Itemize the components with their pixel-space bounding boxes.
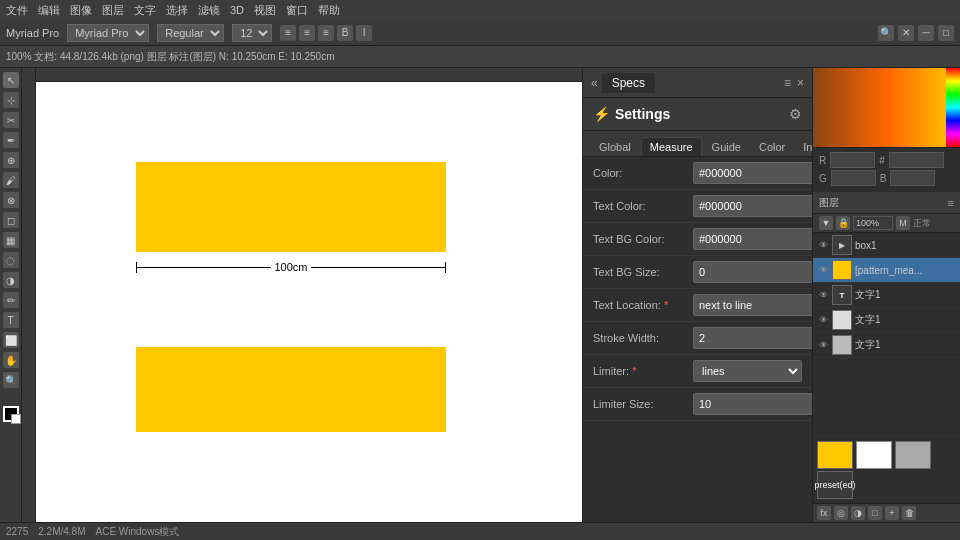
limiter-size-input[interactable]: 10 (693, 393, 812, 415)
toolbar: Myriad Pro Myriad Pro Regular 12 ≡ ≡ ≡ B… (0, 20, 960, 46)
b-input[interactable] (890, 170, 935, 186)
eyedropper-tool[interactable]: ✒ (3, 132, 19, 148)
specs-tab[interactable]: Specs (602, 73, 655, 93)
layer-mode-label: 正常 (913, 217, 954, 230)
menu-help[interactable]: 帮助 (318, 3, 340, 18)
search-icon[interactable]: 🔍 (878, 25, 894, 41)
menu-image[interactable]: 图像 (70, 3, 92, 18)
layer-group-icon[interactable]: □ (868, 506, 882, 520)
align-left-icon[interactable]: ≡ (280, 25, 296, 41)
measure-label: 100cm (271, 261, 310, 273)
menu-3d[interactable]: 3D (230, 4, 244, 16)
app-name[interactable]: 文件 (6, 3, 28, 18)
thumb-preset-2[interactable] (856, 441, 892, 469)
shape-tool[interactable]: ⬜ (3, 332, 19, 348)
layer-item-pattern[interactable]: 👁 [pattern_mea... (813, 258, 960, 283)
color-mode-label: R (819, 155, 826, 166)
hand-tool[interactable]: ✋ (3, 352, 19, 368)
text-bg-size-input[interactable] (693, 261, 812, 283)
layer-mask-icon[interactable]: ◎ (834, 506, 848, 520)
limiter-select[interactable]: lines arrows none (693, 360, 802, 382)
background-color[interactable] (11, 414, 21, 424)
select-tool[interactable]: ⊹ (3, 92, 19, 108)
thumb-preset-4[interactable]: preset(ed) (817, 471, 853, 499)
pen-tool[interactable]: ✏ (3, 292, 19, 308)
layer-delete-icon[interactable]: 🗑 (902, 506, 916, 520)
menu-select[interactable]: 选择 (166, 3, 188, 18)
minimize-icon[interactable]: ─ (918, 25, 934, 41)
dodge-tool[interactable]: ◑ (3, 272, 19, 288)
layer-fx-icon[interactable]: fx (817, 506, 831, 520)
tab-color[interactable]: Color (751, 138, 793, 156)
layer-item-box1[interactable]: 👁 ▶ box1 (813, 233, 960, 258)
crop-tool[interactable]: ✂ (3, 112, 19, 128)
gradient-preview[interactable] (813, 68, 960, 147)
clone-tool[interactable]: ⊗ (3, 192, 19, 208)
eraser-tool[interactable]: ◻ (3, 212, 19, 228)
canvas-area: 100cm (22, 68, 582, 522)
font-size-select[interactable]: 12 (232, 24, 272, 42)
brush-tool[interactable]: 🖌 (3, 172, 19, 188)
settings-title: ⚡ Settings (593, 106, 670, 122)
text-bg-color-input[interactable] (693, 228, 812, 250)
font-family-select[interactable]: Myriad Pro (67, 24, 149, 42)
form-row-stroke-width: Stroke Width: 2 (583, 322, 812, 355)
menu-filter[interactable]: 滤镜 (198, 3, 220, 18)
layer-eye-icon-4[interactable]: 👁 (817, 314, 829, 326)
thumb-preset-1[interactable] (817, 441, 853, 469)
arrow-tool[interactable]: ↖ (3, 72, 19, 88)
layer-filter-icon[interactable]: ▼ (819, 216, 833, 230)
menu-text[interactable]: 文字 (134, 3, 156, 18)
text-color-input[interactable] (693, 195, 812, 217)
layer-adjust-icon[interactable]: ◑ (851, 506, 865, 520)
r-input[interactable] (830, 152, 875, 168)
maximize-icon[interactable]: □ (938, 25, 954, 41)
gradient-tool[interactable]: ▦ (3, 232, 19, 248)
color-spectrum[interactable] (946, 68, 960, 147)
layer-lock-icon[interactable]: 🔒 (836, 216, 850, 230)
specs-menu-icon[interactable]: ≡ (784, 76, 791, 90)
back-button[interactable]: « (591, 76, 598, 90)
thumb-preset-3[interactable] (895, 441, 931, 469)
layer-eye-icon-3[interactable]: 👁 (817, 289, 829, 301)
layer-eye-icon-2[interactable]: 👁 (817, 264, 829, 276)
menu-window[interactable]: 窗口 (286, 3, 308, 18)
specs-close-button[interactable]: × (797, 76, 804, 90)
layer-new-icon[interactable]: + (885, 506, 899, 520)
align-center-icon[interactable]: ≡ (299, 25, 315, 41)
hex-input[interactable] (889, 152, 944, 168)
bold-icon[interactable]: B (337, 25, 353, 41)
layer-item-layer2[interactable]: 👁 文字1 (813, 308, 960, 333)
layer-eye-icon-5[interactable]: 👁 (817, 339, 829, 351)
layer-eye-icon[interactable]: 👁 (817, 239, 829, 251)
align-right-icon[interactable]: ≡ (318, 25, 334, 41)
g-input[interactable] (831, 170, 876, 186)
yellow-rect-1[interactable] (136, 162, 446, 252)
zoom-tool[interactable]: 🔍 (3, 372, 19, 388)
text-location-input[interactable]: next to line (693, 294, 812, 316)
layers-options-icon[interactable]: ≡ (948, 197, 954, 209)
tab-guide[interactable]: Guide (704, 138, 749, 156)
layer-item-text1[interactable]: 👁 T 文字1 (813, 283, 960, 308)
layer-thumb-box1: ▶ (832, 235, 852, 255)
canvas-white[interactable]: 100cm (36, 82, 582, 522)
tab-measure[interactable]: Measure (641, 137, 702, 156)
blur-tool[interactable]: ◌ (3, 252, 19, 268)
menu-edit[interactable]: 编辑 (38, 3, 60, 18)
layer-item-layer3[interactable]: 👁 文字1 (813, 333, 960, 358)
color-input[interactable] (693, 162, 812, 184)
yellow-rect-2[interactable] (136, 347, 446, 432)
layer-mode-icon[interactable]: M (896, 216, 910, 230)
heal-tool[interactable]: ⊕ (3, 152, 19, 168)
layer-opacity-field[interactable]: 100% (853, 216, 893, 230)
close-window-icon[interactable]: ✕ (898, 25, 914, 41)
tab-global[interactable]: Global (591, 138, 639, 156)
text-tool[interactable]: T (3, 312, 19, 328)
menu-view[interactable]: 视图 (254, 3, 276, 18)
font-style-select[interactable]: Regular (157, 24, 224, 42)
stroke-width-input[interactable]: 2 (693, 327, 812, 349)
italic-icon[interactable]: I (356, 25, 372, 41)
settings-gear-icon[interactable]: ⚙ (789, 106, 802, 122)
foreground-color[interactable] (3, 406, 19, 422)
menu-layer[interactable]: 图层 (102, 3, 124, 18)
